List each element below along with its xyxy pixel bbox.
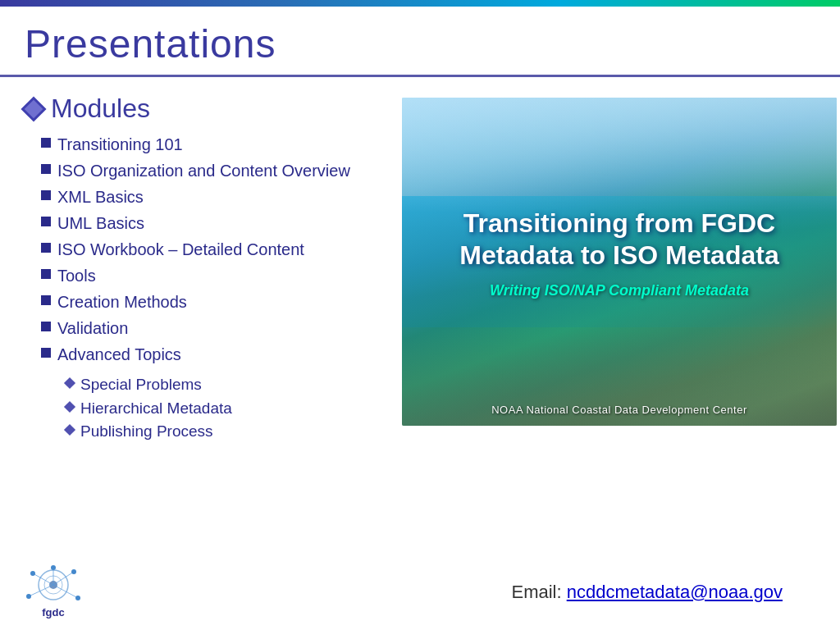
sub-list-item: Hierarchical Metadata [66,399,232,419]
fgdc-logo-text: fgdc [42,606,64,619]
item-text: Transitioning 101 [57,134,183,155]
top-bar [0,0,840,7]
list-item: ISO Workbook – Detailed Content [41,239,386,260]
bullet-icon [41,322,51,331]
bullet-icon [41,217,51,226]
slide-image: Transitioning from FGDC Metadata to ISO … [402,98,837,426]
diamond-bullet-icon [64,377,75,389]
page-footer: fgdc Email: ncddcmetadata@noaa.gov [0,557,840,630]
bullet-icon [41,348,51,358]
list-item: XML Basics [41,186,386,208]
list-item: UML Basics [41,212,386,234]
sub-item-text: Hierarchical Metadata [80,399,232,419]
item-text: XML Basics [57,186,144,208]
left-column: Modules Transitioning 101 ISO Organizati… [25,94,386,450]
list-item: Tools [41,265,386,286]
item-text: Advanced Topics [57,344,181,365]
right-column: Transitioning from FGDC Metadata to ISO … [402,94,837,450]
bullet-icon [41,138,51,148]
email-link[interactable]: ncddcmetadata@noaa.gov [567,582,783,602]
modules-header: Modules [25,94,386,124]
main-content: Modules Transitioning 101 ISO Organizati… [0,77,840,467]
slide-text-area: Transitioning from FGDC Metadata to ISO … [402,98,837,426]
bullet-icon [41,269,51,279]
svg-point-9 [71,569,76,574]
list-item: ISO Organization and Content Overview [41,160,386,181]
diamond-icon [21,96,46,121]
bullet-icon [41,190,51,200]
item-text: Tools [57,265,96,286]
page-title: Presentations [25,21,815,66]
slide-subtitle: Writing ISO/NAP Compliant Metadata [490,282,749,299]
item-text: ISO Organization and Content Overview [57,160,350,181]
bullet-icon [41,164,51,174]
email-section: Email: ncddcmetadata@noaa.gov [511,582,783,603]
list-item: Validation [41,317,386,339]
list-item: Creation Methods [41,291,386,313]
sub-item-text: Special Problems [80,375,202,395]
list-item: Transitioning 101 [41,134,386,155]
slide-title: Transitioning from FGDC Metadata to ISO … [418,208,820,271]
svg-line-5 [29,585,53,596]
header: Presentations [0,7,840,77]
bullet-icon [41,243,51,253]
sub-list-item: Publishing Process [66,422,232,442]
list-item: Advanced Topics Special Problems Hierarc… [41,344,386,445]
diamond-bullet-icon [64,401,75,413]
svg-point-10 [26,594,31,599]
item-text: ISO Workbook – Detailed Content [57,239,304,260]
sub-list-item: Special Problems [66,375,232,395]
sub-list: Special Problems Hierarchical Metadata P… [41,375,232,445]
modules-list: Transitioning 101 ISO Organization and C… [25,134,386,445]
fgdc-logo-graphic [25,565,82,605]
bullet-icon [41,295,51,305]
svg-point-8 [30,571,35,576]
svg-line-6 [53,585,78,598]
email-label: Email: [511,582,566,602]
item-text: Creation Methods [57,291,187,313]
item-text: Validation [57,317,128,339]
svg-point-12 [51,565,56,570]
modules-title: Modules [51,94,150,124]
sub-item-text: Publishing Process [80,422,213,442]
slide-footer-text: NOAA National Coastal Data Development C… [402,404,837,416]
diamond-bullet-icon [64,424,75,436]
item-text: UML Basics [57,212,144,234]
fgdc-logo-area: fgdc [25,565,82,619]
svg-point-11 [75,596,80,600]
